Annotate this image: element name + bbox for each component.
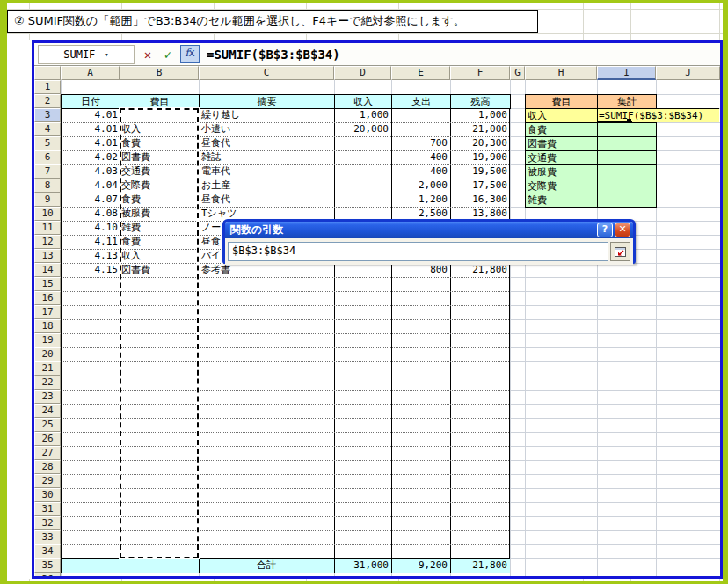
- cell-A6[interactable]: 4.02: [61, 150, 118, 164]
- cell-H7[interactable]: 被服費: [525, 164, 598, 179]
- row-header-8[interactable]: 8: [34, 179, 61, 193]
- row-header-11[interactable]: 11: [34, 221, 61, 235]
- cell-C4[interactable]: 小遣い: [201, 122, 334, 136]
- cell-I5[interactable]: [597, 136, 657, 151]
- column-header-A[interactable]: A: [61, 66, 120, 80]
- fill-handle[interactable]: [627, 119, 631, 123]
- range-input[interactable]: $B$3:$B$34: [228, 242, 608, 261]
- cell-A14[interactable]: 4.15: [61, 263, 118, 277]
- row-header-4[interactable]: 4: [34, 122, 61, 136]
- cell-F7[interactable]: 19,500: [450, 164, 507, 179]
- cell-C3[interactable]: 繰り越し: [201, 108, 334, 122]
- collapse-dialog-icon[interactable]: [610, 242, 630, 261]
- row-header-29[interactable]: 29: [34, 474, 61, 488]
- row-header-12[interactable]: 12: [34, 235, 61, 249]
- cell-A8[interactable]: 4.04: [61, 179, 118, 193]
- row-header-21[interactable]: 21: [34, 361, 61, 376]
- row-header-33[interactable]: 33: [34, 530, 61, 544]
- row-header-17[interactable]: 17: [34, 305, 61, 319]
- cell-F3[interactable]: 1,000: [450, 108, 507, 122]
- row-header-32[interactable]: 32: [34, 516, 61, 530]
- row-header-24[interactable]: 24: [34, 404, 61, 418]
- cell-A7[interactable]: 4.03: [61, 164, 118, 179]
- cell-E5[interactable]: 700: [391, 136, 448, 150]
- column-header-J[interactable]: J: [656, 66, 720, 80]
- row-header-23[interactable]: 23: [34, 390, 61, 404]
- cell-A13[interactable]: 4.13: [61, 249, 118, 263]
- cell-C7[interactable]: 電車代: [201, 164, 334, 179]
- column-header-B[interactable]: B: [120, 66, 199, 80]
- row-header-1[interactable]: 1: [34, 80, 61, 94]
- row-header-15[interactable]: 15: [34, 277, 61, 291]
- cell-D35[interactable]: 31,000: [334, 558, 389, 573]
- row-header-25[interactable]: 25: [34, 418, 61, 432]
- row-header-10[interactable]: 10: [34, 207, 61, 221]
- formula-bar-input[interactable]: =SUMIF($B$3:$B$34): [207, 47, 340, 62]
- cell-A10[interactable]: 4.08: [61, 207, 118, 221]
- row-header-16[interactable]: 16: [34, 291, 61, 305]
- column-header-G[interactable]: G: [510, 66, 525, 80]
- row-header-31[interactable]: 31: [34, 502, 61, 516]
- row-header-6[interactable]: 6: [34, 150, 61, 164]
- row-header-28[interactable]: 28: [34, 460, 61, 474]
- cell-A3[interactable]: 4.01: [61, 108, 118, 122]
- cell-E9[interactable]: 1,200: [391, 193, 448, 207]
- row-header-34[interactable]: 34: [34, 544, 61, 558]
- cell-H2[interactable]: 費目: [525, 94, 598, 109]
- cell-E14[interactable]: 800: [391, 263, 448, 277]
- insert-function-icon[interactable]: fx: [180, 45, 200, 63]
- cell-C8[interactable]: お土産: [201, 179, 334, 193]
- cell-F14[interactable]: 21,800: [450, 263, 507, 277]
- column-header-E[interactable]: E: [391, 66, 450, 80]
- cell-I6[interactable]: [597, 150, 657, 165]
- cell-C5[interactable]: 昼食代: [201, 136, 334, 150]
- column-header-F[interactable]: F: [450, 66, 510, 80]
- cell-F6[interactable]: 19,900: [450, 150, 507, 164]
- cell-H9[interactable]: 雑費: [525, 193, 598, 208]
- cancel-icon[interactable]: ✕: [141, 47, 155, 62]
- cell-A5[interactable]: 4.01: [61, 136, 118, 150]
- cell-E2[interactable]: 支出: [391, 94, 451, 109]
- cell-H8[interactable]: 交際費: [525, 179, 598, 193]
- cell-A9[interactable]: 4.07: [61, 193, 118, 207]
- active-cell-formula[interactable]: =SUMIF($B$3:$B$34): [597, 108, 719, 122]
- cell-H4[interactable]: 食費: [525, 122, 598, 137]
- row-header-7[interactable]: 7: [34, 164, 61, 179]
- cell-F2[interactable]: 残高: [450, 94, 511, 109]
- row-header-5[interactable]: 5: [34, 136, 61, 150]
- row-header-27[interactable]: 27: [34, 446, 61, 460]
- select-all-corner[interactable]: [34, 66, 61, 80]
- cell-E7[interactable]: 400: [391, 164, 448, 179]
- cell-I9[interactable]: [597, 193, 657, 208]
- chevron-down-icon[interactable]: ▾: [104, 50, 108, 59]
- cell-I4[interactable]: [597, 122, 657, 137]
- row-header-19[interactable]: 19: [34, 333, 61, 347]
- cell-F9[interactable]: 16,300: [450, 193, 507, 207]
- column-header-C[interactable]: C: [199, 66, 334, 80]
- cell-I7[interactable]: [597, 164, 657, 179]
- row-header-20[interactable]: 20: [34, 347, 61, 361]
- cell-F8[interactable]: 17,500: [450, 179, 507, 193]
- cell-C2[interactable]: 摘要: [199, 94, 335, 109]
- selection-marching-ants[interactable]: [120, 108, 199, 558]
- cell-H5[interactable]: 図書費: [525, 136, 598, 151]
- cell-F35[interactable]: 21,800: [450, 558, 507, 573]
- help-icon[interactable]: ?: [597, 223, 613, 237]
- cell-H3[interactable]: 収入: [525, 108, 598, 123]
- cell-A12[interactable]: 4.11: [61, 235, 118, 249]
- cell-A11[interactable]: 4.10: [61, 221, 118, 235]
- dialog-titlebar[interactable]: 関数の引数 ? ✕: [225, 222, 633, 238]
- cell-C6[interactable]: 雑誌: [201, 150, 334, 164]
- row-header-18[interactable]: 18: [34, 319, 61, 333]
- enter-icon[interactable]: ✓: [161, 47, 175, 62]
- row-header-3[interactable]: 3: [34, 108, 61, 122]
- cell-A4[interactable]: 4.01: [61, 122, 118, 136]
- row-header-9[interactable]: 9: [34, 193, 61, 207]
- row-header-26[interactable]: 26: [34, 432, 61, 446]
- cell-E6[interactable]: 400: [391, 150, 448, 164]
- cell-C35[interactable]: 合計: [199, 558, 334, 573]
- row-header-13[interactable]: 13: [34, 249, 61, 263]
- row-header-14[interactable]: 14: [34, 263, 61, 277]
- cell-E8[interactable]: 2,000: [391, 179, 448, 193]
- name-box[interactable]: SUMIF ▾: [38, 45, 135, 64]
